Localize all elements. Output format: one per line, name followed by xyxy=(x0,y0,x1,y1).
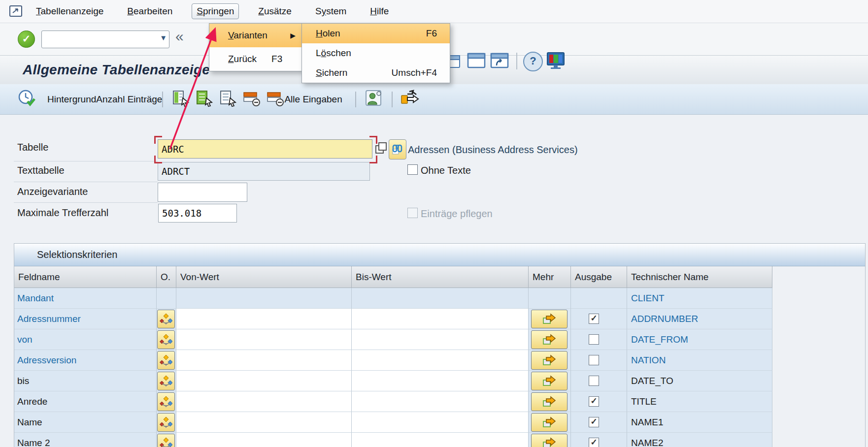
bis-wert-input[interactable] xyxy=(352,412,528,432)
von-wert-input[interactable] xyxy=(176,329,351,350)
output-checkbox[interactable] xyxy=(589,438,599,447)
technical-name[interactable]: NATION xyxy=(627,355,666,366)
von-wert-input[interactable] xyxy=(176,412,351,432)
branch-arrows-icon[interactable] xyxy=(401,90,420,109)
menu-item[interactable]: Bearbeiten xyxy=(123,4,177,19)
command-field[interactable]: ▼ xyxy=(41,31,169,48)
field-name-link[interactable]: Mandant xyxy=(14,293,54,304)
field-name-link[interactable]: Name xyxy=(14,417,42,428)
field-name-link[interactable]: Adressnummer xyxy=(14,314,81,324)
technical-name[interactable]: NAME1 xyxy=(627,417,663,428)
selection-option-button[interactable] xyxy=(157,372,175,390)
menu-item[interactable]: Springen xyxy=(192,3,239,19)
von-wert-input[interactable] xyxy=(176,391,351,412)
command-dropdown-icon[interactable]: ▼ xyxy=(160,33,167,42)
von-wert-input[interactable] xyxy=(176,433,351,447)
selection-option-button[interactable] xyxy=(157,310,175,328)
output-checkbox[interactable] xyxy=(589,355,599,365)
customize-layout-icon[interactable] xyxy=(546,52,567,72)
submenu-entry[interactable]: Sichern Umsch+F4 xyxy=(302,63,450,83)
submenu-entry-label: Sichern xyxy=(316,67,347,78)
command-input[interactable] xyxy=(43,32,154,47)
menu-entry[interactable]: Varianten ▶ xyxy=(209,24,302,47)
maintain-entries-label: Einträge pflegen xyxy=(421,208,493,220)
enter-button[interactable]: ✓ xyxy=(18,31,35,48)
field-name-link[interactable]: von xyxy=(14,334,33,345)
output-checkbox[interactable] xyxy=(589,396,599,407)
multiple-selection-button[interactable] xyxy=(531,310,568,328)
table-input[interactable]: ADRC xyxy=(158,139,372,159)
create-shortcut-icon[interactable] xyxy=(490,53,509,70)
field-name-link[interactable]: Adressversion xyxy=(14,355,76,366)
output-checkbox[interactable] xyxy=(589,334,599,345)
bis-wert-cell xyxy=(352,391,529,412)
bis-wert-input[interactable] xyxy=(352,433,528,447)
all-inputs-button[interactable]: Alle Eingaben xyxy=(284,94,342,105)
selection-option-button[interactable] xyxy=(157,351,175,370)
output-checkbox[interactable] xyxy=(589,314,599,324)
search-help-icon[interactable] xyxy=(389,139,406,160)
technical-name[interactable]: ADDRNUMBER xyxy=(627,314,698,324)
multiple-selection-button[interactable] xyxy=(531,372,568,390)
technical-name[interactable]: TITLE xyxy=(627,396,657,407)
menu-item[interactable]: Tabellenanzeige xyxy=(32,4,108,19)
bis-wert-input[interactable] xyxy=(352,391,528,412)
field-name-link[interactable]: Name 2 xyxy=(14,438,50,447)
choose-fields-icon-1[interactable] xyxy=(172,90,190,109)
display-variant-input[interactable] xyxy=(158,183,247,202)
output-checkbox[interactable] xyxy=(589,417,599,427)
menu-entry[interactable]: Zurück F3 ▶ xyxy=(209,47,302,71)
technical-name[interactable]: DATE_FROM xyxy=(627,334,688,345)
technical-name[interactable]: NAME2 xyxy=(627,438,663,447)
help-icon[interactable]: ? xyxy=(523,52,543,71)
table-row: Mandant xyxy=(14,288,772,309)
menu-entry-label: Zurück xyxy=(228,54,257,64)
multiple-selection-button[interactable] xyxy=(531,413,568,432)
max-hits-input[interactable]: 503.018 xyxy=(158,204,237,223)
number-of-entries-button[interactable]: Anzahl Einträge xyxy=(96,94,162,105)
column-header: Ausgabe xyxy=(571,266,627,288)
bis-wert-input[interactable] xyxy=(352,350,528,370)
background-button[interactable]: Hintergrund xyxy=(47,94,96,105)
selection-table: Feldname O. Von-Wert Bis-Wert Mehr Ausga… xyxy=(14,266,772,447)
reduce-inputs-icon[interactable] xyxy=(243,90,261,109)
collapse-toolbar-icon[interactable]: « xyxy=(175,28,184,45)
von-wert-input[interactable] xyxy=(176,350,351,370)
von-wert-input[interactable] xyxy=(176,309,351,329)
field-name-cell: Adressversion xyxy=(14,350,157,371)
von-wert-input[interactable] xyxy=(176,371,351,391)
menu-item[interactable]: System xyxy=(311,4,351,19)
bis-wert-input[interactable] xyxy=(352,309,528,329)
selection-option-button[interactable] xyxy=(157,392,175,411)
bis-wert-input[interactable] xyxy=(352,329,528,350)
multiple-selection-button[interactable] xyxy=(531,351,568,370)
technical-name[interactable]: CLIENT xyxy=(627,293,665,304)
field-name-cell: von xyxy=(14,329,157,350)
field-name-link[interactable]: Anrede xyxy=(14,396,47,407)
selection-option-button[interactable] xyxy=(157,413,175,432)
user-settings-icon[interactable] xyxy=(365,90,384,109)
multiple-selection-button[interactable] xyxy=(531,330,568,349)
window-icon[interactable] xyxy=(467,53,486,70)
bis-wert-input[interactable] xyxy=(352,371,528,391)
menu-item[interactable]: Zusätze xyxy=(254,4,296,19)
multiple-selection-button[interactable] xyxy=(531,392,568,411)
without-texts-checkbox[interactable] xyxy=(407,164,418,175)
system-menu-icon[interactable] xyxy=(9,4,24,18)
submenu-entry[interactable]: Löschen xyxy=(302,43,450,63)
menu-bar: Tabellenanzeige Bearbeiten Springen Zusä… xyxy=(0,0,868,23)
selection-option-button[interactable] xyxy=(157,330,175,349)
choose-fields-icon-2[interactable] xyxy=(196,90,213,109)
multiple-selection-button[interactable] xyxy=(531,434,568,447)
menu-item[interactable]: Hilfe xyxy=(366,4,393,19)
execute-icon[interactable] xyxy=(18,89,36,110)
field-name-link[interactable]: bis xyxy=(14,376,29,386)
submenu-entry-label: Löschen xyxy=(316,48,351,59)
technical-name[interactable]: DATE_TO xyxy=(627,376,673,386)
output-checkbox[interactable] xyxy=(589,376,599,386)
selection-option-button[interactable] xyxy=(157,434,175,447)
choose-fields-icon-3[interactable] xyxy=(219,90,237,109)
all-inputs-icon[interactable] xyxy=(267,90,284,109)
submenu-entry[interactable]: Holen F6 xyxy=(302,24,450,43)
column-header: Technischer Name xyxy=(627,266,772,288)
